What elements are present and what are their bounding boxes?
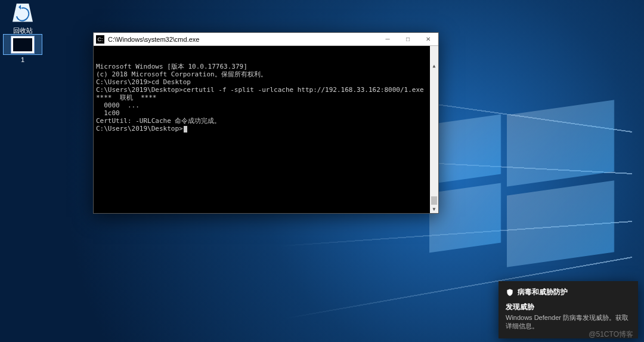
windows-logo-wallpaper bbox=[429, 101, 632, 269]
terminal-line: C:\Users\2019\Desktop> bbox=[96, 125, 436, 133]
minimize-button[interactable]: ─ bbox=[377, 33, 398, 46]
defender-toast[interactable]: 病毒和威胁防护 发现威胁 Windows Defender 防病毒发现威胁。获取… bbox=[499, 281, 638, 338]
terminal-line: CertUtil: -URLCache 命令成功完成。 bbox=[96, 117, 436, 125]
toast-title: 发现威胁 bbox=[506, 302, 631, 312]
cursor bbox=[184, 126, 187, 133]
file-thumbnail-icon bbox=[11, 36, 35, 54]
terminal-line: 1c00 bbox=[96, 109, 436, 117]
cmd-body[interactable]: Microsoft Windows [版本 10.0.17763.379](c)… bbox=[94, 46, 438, 213]
close-button[interactable]: ✕ bbox=[418, 33, 438, 46]
scrollbar[interactable]: ▲ ▼ bbox=[430, 46, 438, 213]
cmd-window[interactable]: C: C:\Windows\system32\cmd.exe ─ □ ✕ Mic… bbox=[93, 32, 439, 214]
shield-icon bbox=[506, 288, 514, 297]
scroll-track[interactable] bbox=[430, 54, 438, 205]
toast-header: 病毒和威胁防护 bbox=[506, 287, 631, 297]
terminal-line: 0000 ... bbox=[96, 101, 436, 109]
recycle-bin[interactable]: 回收站 bbox=[5, 4, 41, 35]
toast-app-name: 病毒和威胁防护 bbox=[518, 287, 568, 297]
scroll-thumb[interactable] bbox=[431, 196, 437, 205]
terminal-line: C:\Users\2019\Desktop>certutil -f -split… bbox=[96, 86, 436, 94]
desktop: 回收站 1 C: C:\Windows\system32\cmd.exe ─ □… bbox=[0, 0, 644, 342]
terminal-line: (c) 2018 Microsoft Corporation。保留所有权利。 bbox=[96, 70, 436, 78]
cmd-title: C:\Windows\system32\cmd.exe bbox=[107, 36, 377, 43]
cmd-titlebar[interactable]: C: C:\Windows\system32\cmd.exe ─ □ ✕ bbox=[94, 33, 438, 46]
terminal-line: **** 联机 **** bbox=[96, 94, 436, 101]
desktop-file-1[interactable]: 1 bbox=[5, 36, 41, 63]
terminal-output: Microsoft Windows [版本 10.0.17763.379](c)… bbox=[96, 63, 436, 133]
recycle-bin-icon bbox=[13, 4, 33, 24]
toast-body: Windows Defender 防病毒发现威胁。获取详细信息。 bbox=[506, 313, 631, 330]
terminal-line: C:\Users\2019>cd Desktop bbox=[96, 78, 436, 86]
cmd-icon: C: bbox=[96, 35, 104, 44]
maximize-button[interactable]: □ bbox=[398, 33, 418, 46]
terminal-line: Microsoft Windows [版本 10.0.17763.379] bbox=[96, 63, 436, 70]
scroll-down-icon[interactable]: ▼ bbox=[430, 205, 438, 213]
desktop-file-label: 1 bbox=[5, 56, 41, 63]
